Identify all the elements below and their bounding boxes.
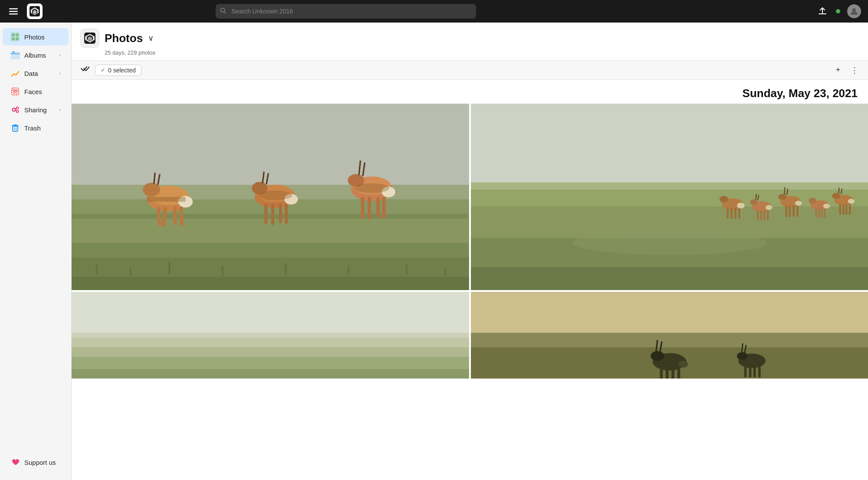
svg-rect-137 xyxy=(671,369,674,379)
search-icon xyxy=(220,8,226,15)
svg-point-19 xyxy=(16,111,19,113)
sidebar-item-sharing[interactable]: Sharing › xyxy=(3,101,69,118)
svg-rect-37 xyxy=(173,206,177,225)
date-header: Sunday, May 23, 2021 xyxy=(72,80,868,104)
svg-point-60 xyxy=(355,183,389,193)
photo-cell-3[interactable] xyxy=(72,292,469,379)
sharing-chevron: › xyxy=(59,107,61,112)
app-logo[interactable] xyxy=(27,3,43,19)
toolbar-right: + ⋮ xyxy=(832,64,861,77)
sidebar-item-support[interactable]: Support us xyxy=(3,454,69,471)
online-indicator xyxy=(836,9,840,13)
svg-rect-22 xyxy=(13,126,18,131)
svg-rect-57 xyxy=(368,197,371,219)
sidebar-item-albums[interactable]: Albums › xyxy=(3,46,69,64)
svg-point-6 xyxy=(852,8,856,12)
svg-rect-68 xyxy=(222,266,223,277)
svg-rect-1 xyxy=(9,11,18,12)
sidebar-item-faces[interactable]: Faces xyxy=(3,83,69,100)
svg-rect-58 xyxy=(376,197,380,218)
content-header: Photos ∨ 25 days, 229 photos xyxy=(72,23,868,61)
content-area: Photos ∨ 25 days, 229 photos ✓ 0 selecte… xyxy=(72,23,868,480)
support-label: Support us xyxy=(24,459,56,466)
select-all-button[interactable] xyxy=(79,64,92,77)
sidebar-item-photos[interactable]: Photos xyxy=(3,28,69,46)
sidebar-label-data: Data xyxy=(24,70,38,77)
svg-rect-59 xyxy=(382,197,386,219)
toolbar: ✓ 0 selected + ⋮ xyxy=(72,61,868,80)
svg-rect-95 xyxy=(785,206,787,217)
photo-area[interactable]: Sunday, May 23, 2021 xyxy=(72,80,868,480)
page-title: Photos xyxy=(105,32,143,45)
svg-rect-105 xyxy=(818,209,819,218)
title-dropdown-icon[interactable]: ∨ xyxy=(148,33,154,43)
svg-rect-114 xyxy=(848,204,850,215)
svg-rect-81 xyxy=(734,208,736,219)
svg-rect-8 xyxy=(12,33,15,36)
svg-point-18 xyxy=(16,107,19,109)
topbar-right xyxy=(816,4,861,18)
svg-rect-144 xyxy=(744,367,746,378)
data-icon xyxy=(10,69,20,78)
svg-rect-47 xyxy=(279,204,282,223)
svg-rect-87 xyxy=(760,210,762,220)
svg-rect-0 xyxy=(9,8,18,10)
content-subtitle: 25 days, 229 photos xyxy=(105,49,859,56)
svg-rect-96 xyxy=(789,206,790,217)
svg-rect-56 xyxy=(361,197,365,219)
svg-point-110 xyxy=(832,193,840,199)
date-section: Sunday, May 23, 2021 xyxy=(72,80,868,380)
svg-point-120 xyxy=(572,231,766,255)
svg-rect-13 xyxy=(12,51,15,53)
add-button[interactable]: + xyxy=(832,64,845,77)
svg-rect-145 xyxy=(749,367,751,378)
sidebar-item-data[interactable]: Data › xyxy=(3,65,69,82)
svg-rect-88 xyxy=(763,210,765,220)
svg-rect-113 xyxy=(845,204,847,215)
svg-rect-82 xyxy=(738,208,740,219)
svg-rect-119 xyxy=(471,267,868,290)
svg-rect-147 xyxy=(758,367,761,378)
trash-icon xyxy=(10,123,20,133)
sidebar-item-trash[interactable]: Trash xyxy=(3,119,69,137)
more-options-button[interactable]: ⋮ xyxy=(848,64,861,77)
svg-point-15 xyxy=(13,90,15,91)
photo-grid xyxy=(72,104,868,380)
svg-line-100 xyxy=(784,187,785,195)
sidebar: Photos Albums › Data › xyxy=(0,23,72,480)
svg-rect-76 xyxy=(471,183,868,207)
selected-count: 0 selected xyxy=(108,67,136,74)
svg-rect-135 xyxy=(660,369,663,379)
svg-line-116 xyxy=(838,188,839,193)
svg-line-91 xyxy=(756,194,756,199)
svg-point-16 xyxy=(16,90,17,91)
photos-icon xyxy=(10,32,20,42)
photo-cell-1[interactable] xyxy=(72,104,469,290)
heart-icon xyxy=(10,457,20,467)
svg-rect-126 xyxy=(72,369,469,379)
upload-button[interactable] xyxy=(816,5,829,18)
svg-point-115 xyxy=(848,199,855,203)
selected-badge[interactable]: ✓ 0 selected xyxy=(95,65,141,76)
svg-rect-71 xyxy=(406,264,407,275)
main-layout: Photos Albums › Data › xyxy=(0,23,868,480)
svg-rect-86 xyxy=(756,210,758,220)
svg-rect-112 xyxy=(842,204,844,215)
svg-rect-45 xyxy=(264,204,267,224)
photo-cell-2[interactable] xyxy=(471,104,868,290)
menu-button[interactable] xyxy=(7,5,20,18)
svg-point-132 xyxy=(651,351,664,361)
topbar xyxy=(0,0,868,23)
search-input[interactable] xyxy=(216,4,476,19)
avatar[interactable] xyxy=(847,4,861,18)
svg-rect-70 xyxy=(348,265,349,274)
svg-rect-64 xyxy=(72,277,469,290)
albums-chevron: › xyxy=(59,52,61,58)
photo-cell-4[interactable] xyxy=(471,292,868,379)
svg-rect-30 xyxy=(72,219,469,243)
svg-rect-11 xyxy=(16,37,19,40)
sidebar-bottom: Support us xyxy=(0,450,71,475)
svg-rect-97 xyxy=(792,206,794,217)
svg-rect-128 xyxy=(471,292,868,333)
svg-rect-14 xyxy=(12,88,19,95)
